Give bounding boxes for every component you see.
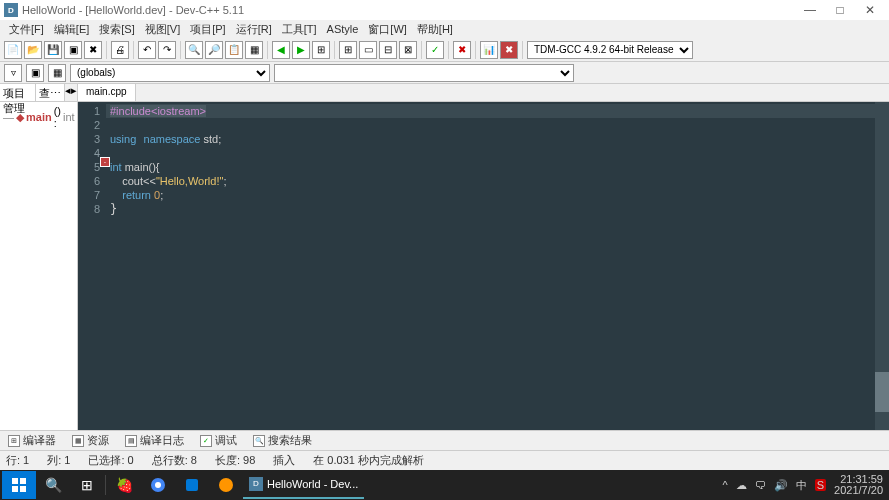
start-button[interactable] — [2, 471, 36, 499]
status-total: 总行数: 8 — [152, 453, 197, 468]
bottom-tab-compiler[interactable]: ⊞编译器 — [4, 433, 60, 448]
sidebar-tab-classes[interactable]: 查⋯ — [36, 84, 65, 101]
insert-button[interactable]: ▿ — [4, 64, 22, 82]
editor-tabs: main.cpp — [78, 84, 889, 102]
main-area: 项目管理 查⋯ ◂▸ — ◆ main() : int main.cpp 1 2… — [0, 84, 889, 430]
app-aplayer-icon[interactable]: 🍓 — [107, 471, 141, 499]
goto-button[interactable]: ⊞ — [312, 41, 330, 59]
taskview-button[interactable]: ⊞ — [70, 471, 104, 499]
tray-ime-icon[interactable]: 中 — [796, 478, 807, 493]
menu-astyle[interactable]: AStyle — [322, 23, 364, 35]
new-file-button[interactable]: 📄 — [4, 41, 22, 59]
menu-edit[interactable]: 编辑[E] — [49, 22, 94, 37]
minimize-button[interactable]: — — [795, 3, 825, 17]
undo-button[interactable]: ↶ — [138, 41, 156, 59]
search-task-button[interactable]: 🔍 — [36, 471, 70, 499]
svg-point-5 — [155, 482, 161, 488]
replace-button[interactable]: 🔎 — [205, 41, 223, 59]
svg-rect-1 — [20, 478, 26, 484]
run-button[interactable]: ▭ — [359, 41, 377, 59]
stop-button[interactable]: ✖ — [453, 41, 471, 59]
menubar: 文件[F] 编辑[E] 搜索[S] 视图[V] 项目[P] 运行[R] 工具[T… — [0, 20, 889, 38]
bottom-tab-resources[interactable]: ▦资源 — [68, 433, 113, 448]
toolbar-secondary: ▿ ▣ ▦ (globals) — [0, 62, 889, 84]
menu-window[interactable]: 窗口[W] — [363, 22, 412, 37]
menu-help[interactable]: 帮助[H] — [412, 22, 458, 37]
code-editor[interactable]: 1 2 3 4 5 6 7 8 - #include<iostream> usi… — [78, 102, 889, 430]
status-col: 列: 1 — [47, 453, 70, 468]
saveall-button[interactable]: ▣ — [64, 41, 82, 59]
status-sel: 已选择: 0 — [88, 453, 133, 468]
toolbar-sep — [334, 41, 335, 59]
bottom-tab-debug[interactable]: ✓调试 — [196, 433, 241, 448]
maximize-button[interactable]: □ — [825, 3, 855, 17]
find-in-files-button[interactable]: 📋 — [225, 41, 243, 59]
windows-taskbar: 🔍 ⊞ 🍓 D HelloWorld - Dev... ^ ☁ 🗨 🔊 中 S … — [0, 470, 889, 500]
menu-project[interactable]: 项目[P] — [185, 22, 230, 37]
tray-chat-icon[interactable]: 🗨 — [755, 479, 766, 491]
find-button[interactable]: 🔍 — [185, 41, 203, 59]
menu-tools[interactable]: 工具[T] — [277, 22, 322, 37]
compiler-icon: ⊞ — [8, 435, 20, 447]
app-edge-icon[interactable] — [175, 471, 209, 499]
code-area[interactable]: - #include<iostream> using namespace std… — [106, 102, 875, 430]
profile-button[interactable]: 📊 — [480, 41, 498, 59]
compile-run-button[interactable]: ⊟ — [379, 41, 397, 59]
status-line: 行: 1 — [6, 453, 29, 468]
editor-vscrollbar[interactable] — [875, 102, 889, 430]
svg-rect-0 — [12, 478, 18, 484]
delete-profile-button[interactable]: ✖ — [500, 41, 518, 59]
taskbar-app-devcpp[interactable]: D HelloWorld - Dev... — [243, 471, 364, 499]
redo-button[interactable]: ↷ — [158, 41, 176, 59]
debug-icon: ✓ — [200, 435, 212, 447]
compile-button[interactable]: ⊞ — [339, 41, 357, 59]
scope-select[interactable]: (globals) — [70, 64, 270, 82]
log-icon: ▤ — [125, 435, 137, 447]
toolbar-main: 📄 📂 💾 ▣ ✖ 🖨 ↶ ↷ 🔍 🔎 📋 ▦ ◀ ▶ ⊞ ⊞ ▭ ⊟ ⊠ ✓ … — [0, 38, 889, 62]
tray-expand-icon[interactable]: ^ — [723, 479, 728, 491]
svg-rect-2 — [12, 486, 18, 492]
app-chrome-icon[interactable] — [141, 471, 175, 499]
goto-bookmark-button[interactable]: ▦ — [48, 64, 66, 82]
menu-view[interactable]: 视图[V] — [140, 22, 185, 37]
toolbar-sep — [267, 41, 268, 59]
bottom-tabs: ⊞编译器 ▦资源 ▤编译日志 ✓调试 🔍搜索结果 — [0, 430, 889, 450]
tray-cloud-icon[interactable]: ☁ — [736, 479, 747, 492]
open-button[interactable]: 📂 — [24, 41, 42, 59]
svg-point-7 — [219, 478, 233, 492]
status-mode: 插入 — [273, 453, 295, 468]
close-button[interactable]: ✕ — [855, 3, 885, 17]
project-sidebar: 项目管理 查⋯ ◂▸ — ◆ main() : int — [0, 84, 78, 430]
resources-icon: ▦ — [72, 435, 84, 447]
nav-back-button[interactable]: ◀ — [272, 41, 290, 59]
toolbar-sep — [133, 41, 134, 59]
rebuild-button[interactable]: ⊠ — [399, 41, 417, 59]
print-button[interactable]: 🖨 — [111, 41, 129, 59]
next-button[interactable]: ▦ — [245, 41, 263, 59]
sidebar-tab-project[interactable]: 项目管理 — [0, 84, 36, 101]
close-file-button[interactable]: ✖ — [84, 41, 102, 59]
compiler-select[interactable]: TDM-GCC 4.9.2 64-bit Release — [527, 41, 693, 59]
menu-search[interactable]: 搜索[S] — [94, 22, 139, 37]
tree-item-main[interactable]: — ◆ main() : int — [2, 104, 75, 130]
toolbar-sep — [106, 41, 107, 59]
tray-sogou-icon[interactable]: S — [815, 479, 826, 491]
search-icon: 🔍 — [253, 435, 265, 447]
bookmark-button[interactable]: ▣ — [26, 64, 44, 82]
bottom-tab-compilelog[interactable]: ▤编译日志 — [121, 433, 188, 448]
sidebar-tab-overflow[interactable]: ◂▸ — [65, 84, 77, 101]
tray-volume-icon[interactable]: 🔊 — [774, 479, 788, 492]
svg-rect-6 — [186, 479, 198, 491]
debug-button[interactable]: ✓ — [426, 41, 444, 59]
editor-tab-main[interactable]: main.cpp — [78, 84, 136, 101]
menu-run[interactable]: 运行[R] — [231, 22, 277, 37]
save-button[interactable]: 💾 — [44, 41, 62, 59]
member-select[interactable] — [274, 64, 574, 82]
menu-file[interactable]: 文件[F] — [4, 22, 49, 37]
nav-fwd-button[interactable]: ▶ — [292, 41, 310, 59]
tray-clock[interactable]: 21:31:59 2021/7/20 — [834, 474, 883, 496]
titlebar: D HelloWorld - [HelloWorld.dev] - Dev-C+… — [0, 0, 889, 20]
app-firefox-icon[interactable] — [209, 471, 243, 499]
fold-marker[interactable]: - — [100, 157, 110, 167]
bottom-tab-search[interactable]: 🔍搜索结果 — [249, 433, 316, 448]
